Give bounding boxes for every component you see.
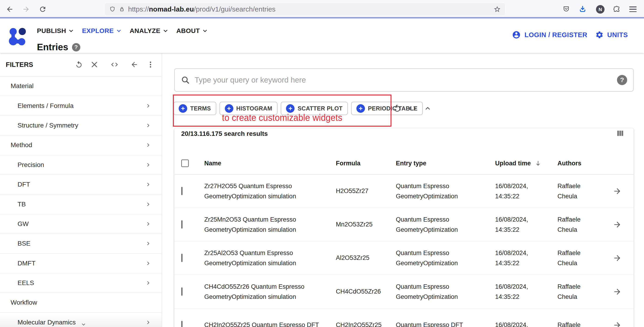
cell-authors: Raffaele xyxy=(558,320,580,327)
search-input[interactable] xyxy=(194,76,612,84)
open-entry-arrow-icon[interactable] xyxy=(613,254,622,263)
row-checkbox[interactable] xyxy=(181,320,182,327)
add-terms-widget-button[interactable]: +TERMS xyxy=(173,102,216,115)
profile-avatar[interactable]: N xyxy=(596,5,604,13)
cell-entry-type: Quantum EspressoGeometryOptimization xyxy=(396,282,458,302)
cell-formula: CH2In2O55Zr25 xyxy=(336,320,382,327)
reset-dashboard-icon[interactable] xyxy=(393,104,402,113)
nav-publish[interactable]: PUBLISH xyxy=(37,27,74,34)
sidebar-item-molecular-dynamics[interactable]: Molecular Dynamics xyxy=(0,313,162,327)
column-header-name[interactable]: Name xyxy=(204,160,221,167)
plus-icon: + xyxy=(356,104,365,113)
table-row[interactable]: CH2In2O55Zr25 Quantum Espresso DFT CH2In… xyxy=(174,309,634,327)
person-icon xyxy=(512,30,521,39)
open-entry-arrow-icon[interactable] xyxy=(613,220,622,229)
extensions-icon[interactable] xyxy=(613,5,621,13)
chevron-right-icon xyxy=(145,221,152,227)
sidebar-item-elements-formula[interactable]: Elements / Formula xyxy=(0,96,162,115)
column-header-authors[interactable]: Authors xyxy=(558,160,582,167)
sidebar-item-tb[interactable]: TB xyxy=(0,194,162,214)
nav-about-label: ABOUT xyxy=(176,27,200,34)
login-register-button[interactable]: LOGIN / REGISTER xyxy=(524,31,587,39)
open-entry-arrow-icon[interactable] xyxy=(613,187,622,196)
collapse-icon[interactable] xyxy=(423,104,432,113)
cell-entry-type: Quantum EspressoGeometryOptimization xyxy=(396,181,458,201)
sidebar-item-workflow[interactable]: Workflow xyxy=(0,293,162,313)
more-vert-icon[interactable] xyxy=(146,61,154,68)
url-bar[interactable]: https://nomad-lab.eu/prod/v1/gui/search/… xyxy=(105,3,505,15)
cell-upload-time: 16/08/2024, xyxy=(495,320,528,327)
cell-entry-type: Quantum Espresso DFT xyxy=(396,320,463,327)
menu-icon[interactable] xyxy=(629,6,636,12)
column-header-upload-time[interactable]: Upload time xyxy=(495,160,542,167)
cell-name: Zr25Al2O53 Quantum EspressoGeometryOptim… xyxy=(204,248,296,268)
close-icon[interactable] xyxy=(90,61,98,68)
nav-analyze[interactable]: ANALYZE xyxy=(130,27,168,34)
help-icon[interactable]: ? xyxy=(72,43,80,51)
plus-icon: + xyxy=(179,104,187,113)
browser-toolbar: https://nomad-lab.eu/prod/v1/gui/search/… xyxy=(0,0,644,18)
search-bar[interactable]: ? xyxy=(174,68,634,91)
table-row[interactable]: Zr25Al2O53 Quantum EspressoGeometryOptim… xyxy=(174,242,634,275)
results-card: 20/13.116.175 search results Name Formul… xyxy=(174,128,634,327)
code-icon[interactable] xyxy=(408,104,417,113)
chevron-down-icon[interactable] xyxy=(80,321,87,327)
table-row[interactable]: Zr27H2O55 Quantum EspressoGeometryOptimi… xyxy=(174,175,634,208)
add-scatter-plot-widget-button[interactable]: +SCATTER PLOT xyxy=(281,102,348,115)
nav-analyze-label: ANALYZE xyxy=(130,27,160,34)
sidebar-item-precision[interactable]: Precision xyxy=(0,155,162,175)
reset-filters-icon[interactable] xyxy=(75,61,83,68)
nomad-logo[interactable] xyxy=(7,26,28,47)
chevron-down-icon xyxy=(116,28,122,34)
chevron-right-icon xyxy=(145,280,152,287)
back-icon[interactable] xyxy=(6,5,14,13)
filters-sidebar: FILTERS Material Elements / Formula Stru… xyxy=(0,53,162,327)
reload-icon[interactable] xyxy=(39,5,47,13)
url-text: https://nomad-lab.eu/prod/v1/gui/search/… xyxy=(128,5,276,13)
arrow-left-icon[interactable] xyxy=(130,61,138,68)
sidebar-item-bse[interactable]: BSE xyxy=(0,234,162,254)
chevron-right-icon xyxy=(145,319,152,326)
nav-explore[interactable]: EXPLORE xyxy=(82,27,122,34)
bookmark-star-icon[interactable] xyxy=(494,5,501,13)
sidebar-item-dmft[interactable]: DMFT xyxy=(0,254,162,273)
sidebar-item-dft[interactable]: DFT xyxy=(0,175,162,194)
search-icon xyxy=(181,75,190,85)
column-header-entry-type[interactable]: Entry type xyxy=(396,160,426,167)
pocket-icon[interactable] xyxy=(562,5,570,13)
chevron-down-icon xyxy=(68,28,74,34)
chevron-right-icon xyxy=(145,181,152,188)
row-checkbox[interactable] xyxy=(181,220,182,230)
lock-icon[interactable] xyxy=(119,6,125,12)
columns-icon[interactable] xyxy=(616,129,624,137)
row-checkbox[interactable] xyxy=(181,186,182,196)
open-entry-arrow-icon[interactable] xyxy=(613,287,622,296)
open-entry-arrow-icon[interactable] xyxy=(613,321,622,327)
sidebar-item-structure-symmetry[interactable]: Structure / Symmetry xyxy=(0,116,162,135)
row-checkbox[interactable] xyxy=(181,287,182,297)
sidebar-item-eels[interactable]: EELS xyxy=(0,273,162,293)
column-header-formula[interactable]: Formula xyxy=(336,160,360,167)
cell-name: CH4CdO55Zr26 Quantum EspressoGeometryOpt… xyxy=(204,282,304,302)
filters-title: FILTERS xyxy=(6,61,33,68)
sidebar-item-gw[interactable]: GW xyxy=(0,214,162,234)
units-button[interactable]: UNITS xyxy=(607,31,628,39)
sidebar-item-material[interactable]: Material xyxy=(0,76,162,96)
main-nav: PUBLISH EXPLORE ANALYZE ABOUT xyxy=(37,27,208,34)
add-histogram-widget-button[interactable]: +HISTOGRAM xyxy=(220,102,278,115)
download-icon[interactable] xyxy=(579,5,586,13)
table-row[interactable]: CH4CdO55Zr26 Quantum EspressoGeometryOpt… xyxy=(174,275,634,309)
select-all-checkbox[interactable] xyxy=(181,160,189,167)
row-checkbox[interactable] xyxy=(181,253,182,263)
gear-icon xyxy=(595,31,604,39)
nav-about[interactable]: ABOUT xyxy=(176,27,208,34)
cell-name: Zr27H2O55 Quantum EspressoGeometryOptimi… xyxy=(204,181,296,201)
shield-icon[interactable] xyxy=(109,6,116,12)
table-row[interactable]: Zr25Mn2O53 Quantum EspressoGeometryOptim… xyxy=(174,208,634,242)
nav-publish-label: PUBLISH xyxy=(37,27,66,34)
app-header: PUBLISH EXPLORE ANALYZE ABOUT Entries ? … xyxy=(0,18,644,53)
sidebar-item-method[interactable]: Method xyxy=(0,135,162,155)
code-icon[interactable] xyxy=(110,61,118,68)
cell-name: CH2In2O55Zr25 Quantum Espresso DFT xyxy=(204,320,319,327)
search-help-icon[interactable]: ? xyxy=(617,75,627,85)
